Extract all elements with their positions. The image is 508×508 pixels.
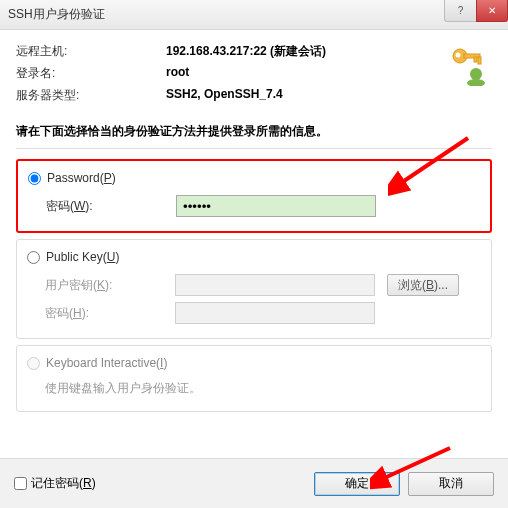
passphrase-label: 密码(H): [45, 305, 175, 322]
userkey-label: 用户密钥(K): [45, 277, 175, 294]
separator [16, 148, 492, 149]
instruction-text: 请在下面选择恰当的身份验证方法并提供登录所需的信息。 [16, 123, 492, 140]
svg-point-5 [470, 68, 482, 80]
help-button[interactable]: ? [444, 0, 476, 22]
userkey-input [175, 274, 375, 296]
browse-button: 浏览(B)... [387, 274, 459, 296]
window-buttons: ? ✕ [444, 0, 508, 22]
remember-label: 记住密码(R) [31, 475, 96, 492]
window-title: SSH用户身份验证 [8, 6, 105, 23]
connection-info: 远程主机: 192.168.43.217:22 (新建会话) 登录名: root… [16, 38, 492, 109]
publickey-radio[interactable] [27, 251, 40, 264]
title-bar: SSH用户身份验证 ? ✕ [0, 0, 508, 30]
svg-rect-2 [474, 57, 477, 62]
publickey-radio-label: Public Key(U) [46, 250, 119, 264]
password-radio-label: Password(P) [47, 171, 116, 185]
passphrase-input [175, 302, 375, 324]
close-button[interactable]: ✕ [476, 0, 508, 22]
password-input[interactable] [176, 195, 376, 217]
key-user-icon [444, 38, 492, 86]
password-field-label: 密码(W): [46, 198, 176, 215]
password-radio[interactable] [28, 172, 41, 185]
keyboard-group: Keyboard Interactive(I) 使用键盘输入用户身份验证。 [16, 345, 492, 412]
password-group: Password(P) 密码(W): [16, 159, 492, 233]
login-value: root [166, 65, 189, 82]
remote-host-label: 远程主机: [16, 43, 166, 60]
keyboard-hint: 使用键盘输入用户身份验证。 [45, 380, 481, 397]
remember-password[interactable]: 记住密码(R) [14, 475, 96, 492]
cancel-button[interactable]: 取消 [408, 472, 494, 496]
footer-bar: 记住密码(R) 确定 取消 [0, 458, 508, 508]
server-type-value: SSH2, OpenSSH_7.4 [166, 87, 283, 104]
svg-point-4 [456, 53, 461, 58]
remote-host-value: 192.168.43.217:22 (新建会话) [166, 43, 326, 60]
svg-point-6 [467, 79, 485, 86]
remember-checkbox[interactable] [14, 477, 27, 490]
keyboard-radio [27, 357, 40, 370]
server-type-label: 服务器类型: [16, 87, 166, 104]
svg-rect-3 [478, 57, 481, 64]
login-label: 登录名: [16, 65, 166, 82]
ok-button[interactable]: 确定 [314, 472, 400, 496]
keyboard-radio-label: Keyboard Interactive(I) [46, 356, 167, 370]
content-area: 远程主机: 192.168.43.217:22 (新建会话) 登录名: root… [0, 30, 508, 426]
publickey-group: Public Key(U) 用户密钥(K): 浏览(B)... 密码(H): [16, 239, 492, 339]
